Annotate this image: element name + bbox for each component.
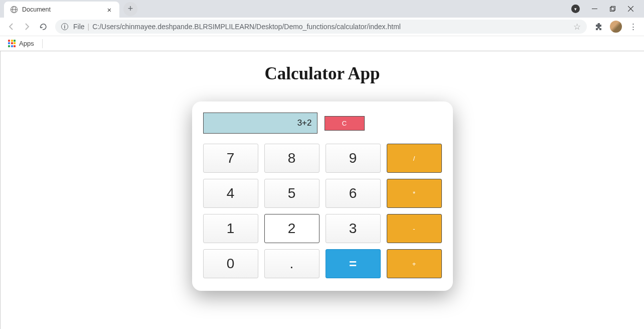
new-tab-button[interactable]: + bbox=[123, 2, 137, 16]
address-text: File|C:/Users/chinmayee.deshpande.BLRSIM… bbox=[73, 23, 568, 31]
browser-tab[interactable]: Document × bbox=[4, 2, 119, 18]
equals-button[interactable]: = bbox=[326, 249, 381, 278]
divide-button[interactable]: / bbox=[387, 144, 442, 173]
menu-icon[interactable]: ⋮ bbox=[626, 20, 640, 34]
browser-chrome: Document × + ▾ bbox=[0, 0, 644, 51]
star-icon[interactable]: ☆ bbox=[573, 22, 581, 32]
close-window-button[interactable] bbox=[627, 6, 634, 13]
back-button[interactable] bbox=[4, 20, 18, 34]
subtract-button[interactable]: - bbox=[387, 214, 442, 243]
extensions-icon[interactable] bbox=[592, 20, 606, 34]
svg-rect-5 bbox=[611, 7, 615, 11]
window-controls: ▾ bbox=[571, 0, 644, 18]
digit-9-button[interactable]: 9 bbox=[326, 144, 381, 173]
apps-label[interactable]: Apps bbox=[19, 40, 34, 47]
address-bar[interactable]: i File|C:/Users/chinmayee.deshpande.BLRS… bbox=[55, 20, 587, 34]
info-icon: i bbox=[61, 23, 68, 30]
close-icon[interactable]: × bbox=[105, 6, 113, 14]
digit-7-button[interactable]: 7 bbox=[203, 144, 258, 173]
calculator-display[interactable] bbox=[203, 113, 317, 134]
digit-8-button[interactable]: 8 bbox=[264, 144, 319, 173]
reload-button[interactable] bbox=[36, 20, 50, 34]
tab-title: Document bbox=[22, 6, 101, 13]
minimize-button[interactable] bbox=[591, 6, 598, 13]
digit-4-button[interactable]: 4 bbox=[203, 179, 258, 208]
decimal-button[interactable]: . bbox=[264, 249, 319, 278]
digit-2-button[interactable]: 2 bbox=[264, 214, 319, 243]
button-grid: 7 8 9 / 4 5 6 * 1 2 3 - 0 . = + bbox=[203, 144, 442, 278]
page-title: Calculator App bbox=[1, 64, 644, 84]
multiply-button[interactable]: * bbox=[387, 179, 442, 208]
bookmarks-bar: Apps bbox=[0, 36, 644, 51]
digit-5-button[interactable]: 5 bbox=[264, 179, 319, 208]
svg-rect-4 bbox=[610, 8, 614, 12]
profile-indicator-icon[interactable]: ▾ bbox=[571, 5, 580, 13]
digit-0-button[interactable]: 0 bbox=[203, 249, 258, 278]
divider bbox=[42, 39, 43, 48]
toolbar: i File|C:/Users/chinmayee.deshpande.BLRS… bbox=[0, 18, 644, 36]
globe-icon bbox=[10, 6, 18, 14]
avatar[interactable] bbox=[610, 21, 622, 33]
clear-button[interactable]: C bbox=[325, 116, 365, 131]
digit-6-button[interactable]: 6 bbox=[326, 179, 381, 208]
apps-icon[interactable] bbox=[8, 40, 16, 48]
forward-button[interactable] bbox=[20, 20, 34, 34]
digit-3-button[interactable]: 3 bbox=[326, 214, 381, 243]
maximize-button[interactable] bbox=[609, 6, 616, 13]
digit-1-button[interactable]: 1 bbox=[203, 214, 258, 243]
display-row: C bbox=[203, 113, 442, 134]
page-content: Calculator App C 7 8 9 / 4 5 6 * 1 2 3 bbox=[0, 51, 644, 329]
calculator: C 7 8 9 / 4 5 6 * 1 2 3 - 0 . = bbox=[192, 101, 453, 291]
tab-strip: Document × + bbox=[0, 0, 644, 18]
add-button[interactable]: + bbox=[387, 249, 442, 278]
